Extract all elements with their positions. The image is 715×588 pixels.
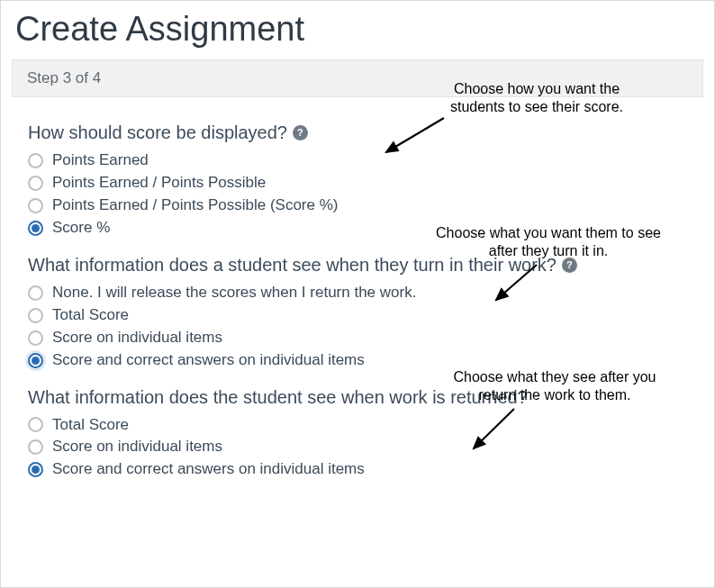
option-label: Score on individual items bbox=[52, 437, 222, 457]
page-title: Create Assignment bbox=[15, 10, 703, 49]
score-option-points-over-possible[interactable]: Points Earned / Points Possible bbox=[28, 173, 687, 194]
option-label: Total Score bbox=[52, 305, 129, 326]
page-frame: Create Assignment Step 3 of 4 How should… bbox=[0, 0, 715, 588]
turnin-option-total-score[interactable]: Total Score bbox=[28, 305, 687, 326]
option-label: Points Earned / Points Possible (Score %… bbox=[52, 195, 338, 216]
score-option-points-earned[interactable]: Points Earned bbox=[28, 150, 687, 171]
radio-icon bbox=[28, 221, 43, 236]
option-label: Total Score bbox=[52, 415, 129, 436]
radio-icon bbox=[28, 285, 43, 301]
turnin-option-individual-score[interactable]: Score on individual items bbox=[28, 328, 687, 348]
option-label: Points Earned bbox=[52, 150, 149, 171]
option-label: Score and correct answers on individual … bbox=[52, 459, 365, 480]
returned-option-total-score[interactable]: Total Score bbox=[28, 415, 687, 436]
turnin-info-options: None. I will release the scores when I r… bbox=[28, 283, 687, 371]
score-display-heading-text: How should score be displayed? bbox=[28, 122, 287, 143]
radio-icon bbox=[28, 330, 43, 346]
option-label: Score and correct answers on individual … bbox=[52, 350, 365, 371]
radio-icon bbox=[28, 353, 43, 368]
turnin-option-score-and-answers[interactable]: Score and correct answers on individual … bbox=[28, 350, 687, 371]
option-label: Score % bbox=[52, 218, 110, 239]
option-label: Score on individual items bbox=[52, 328, 222, 348]
returned-info-heading-text: What information does the student see wh… bbox=[28, 387, 528, 408]
radio-icon bbox=[28, 417, 43, 432]
radio-icon bbox=[28, 176, 43, 191]
turnin-info-heading-text: What information does a student see when… bbox=[28, 255, 557, 276]
radio-icon bbox=[28, 439, 43, 455]
help-icon[interactable]: ? bbox=[562, 258, 577, 273]
score-option-percent[interactable]: Score % bbox=[28, 218, 687, 239]
form-content: How should score be displayed? ? Points … bbox=[12, 97, 703, 480]
score-display-options: Points Earned Points Earned / Points Pos… bbox=[28, 150, 687, 239]
radio-icon bbox=[28, 462, 43, 477]
radio-icon bbox=[28, 198, 43, 213]
radio-icon bbox=[28, 308, 43, 323]
turnin-info-heading: What information does a student see when… bbox=[28, 255, 687, 276]
returned-info-options: Total Score Score on individual items Sc… bbox=[28, 415, 687, 481]
score-display-heading: How should score be displayed? ? bbox=[28, 122, 687, 143]
help-icon[interactable]: ? bbox=[293, 125, 308, 140]
option-label: None. I will release the scores when I r… bbox=[52, 283, 416, 303]
step-indicator: Step 3 of 4 bbox=[12, 59, 703, 97]
returned-option-score-and-answers[interactable]: Score and correct answers on individual … bbox=[28, 459, 687, 480]
returned-option-individual-score[interactable]: Score on individual items bbox=[28, 437, 687, 457]
score-option-points-over-possible-percent[interactable]: Points Earned / Points Possible (Score %… bbox=[28, 195, 687, 216]
turnin-option-none[interactable]: None. I will release the scores when I r… bbox=[28, 283, 687, 303]
option-label: Points Earned / Points Possible bbox=[52, 173, 266, 194]
radio-icon bbox=[28, 153, 43, 168]
returned-info-heading: What information does the student see wh… bbox=[28, 387, 687, 408]
